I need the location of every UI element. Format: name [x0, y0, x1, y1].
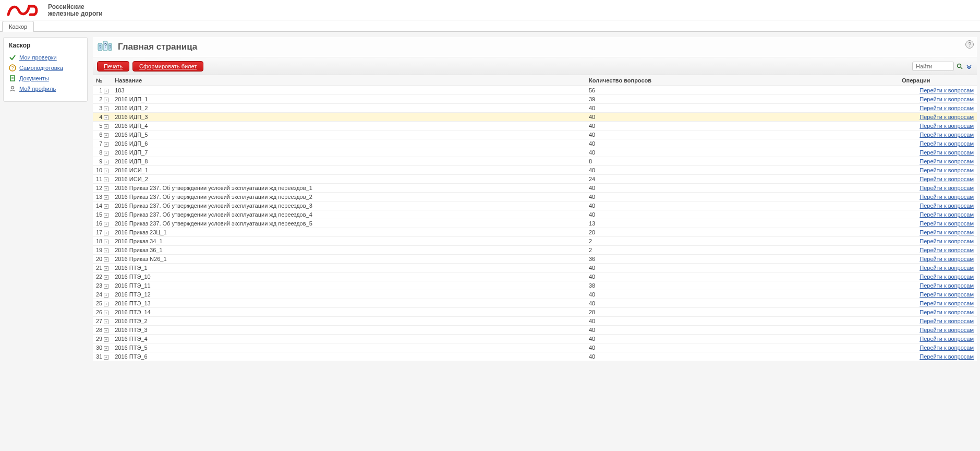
- table-row[interactable]: 5+2016 ИДП_440Перейти к вопросам: [93, 122, 977, 130]
- expand-icon[interactable]: +: [104, 284, 108, 289]
- expand-icon[interactable]: +: [104, 355, 108, 360]
- table-row[interactable]: 28+2016 ПТЭ_340Перейти к вопросам: [93, 326, 977, 335]
- col-header-qcount[interactable]: Количество вопросов: [586, 75, 899, 86]
- col-header-ops[interactable]: Операции: [899, 75, 977, 86]
- table-row[interactable]: 22+2016 ПТЭ_1040Перейти к вопросам: [93, 272, 977, 281]
- expand-icon[interactable]: +: [104, 257, 108, 262]
- go-to-questions-link[interactable]: Перейти к вопросам: [919, 309, 974, 315]
- table-row[interactable]: 8+2016 ИДП_740Перейти к вопросам: [93, 148, 977, 157]
- search-input[interactable]: [912, 62, 954, 71]
- expand-icon[interactable]: +: [104, 106, 108, 111]
- table-row[interactable]: 14+2016 Приказ 237. Об утверждении услов…: [93, 201, 977, 210]
- help-button[interactable]: ?: [965, 40, 974, 49]
- table-row[interactable]: 13+2016 Приказ 237. Об утверждении услов…: [93, 193, 977, 201]
- table-row[interactable]: 26+2016 ПТЭ_1428Перейти к вопросам: [93, 308, 977, 317]
- expand-icon[interactable]: +: [104, 169, 108, 173]
- expand-icon[interactable]: +: [104, 302, 108, 306]
- expand-icon[interactable]: +: [104, 142, 108, 147]
- expand-icon[interactable]: +: [104, 89, 108, 93]
- print-button[interactable]: Печать: [97, 61, 129, 72]
- table-row[interactable]: 23+2016 ПТЭ_1138Перейти к вопросам: [93, 281, 977, 290]
- expand-icon[interactable]: +: [104, 177, 108, 182]
- go-to-questions-link[interactable]: Перейти к вопросам: [919, 327, 974, 333]
- expand-icon[interactable]: +: [104, 240, 108, 244]
- expand-icon[interactable]: +: [104, 213, 108, 218]
- table-row[interactable]: 25+2016 ПТЭ_1340Перейти к вопросам: [93, 299, 977, 308]
- expand-icon[interactable]: +: [104, 222, 108, 227]
- table-row[interactable]: 11+2016 ИСИ_224Перейти к вопросам: [93, 175, 977, 184]
- table-row[interactable]: 24+2016 ПТЭ_1240Перейти к вопросам: [93, 290, 977, 299]
- table-row[interactable]: 16+2016 Приказ 237. Об утверждении услов…: [93, 219, 977, 228]
- expand-icon[interactable]: +: [104, 195, 108, 200]
- go-to-questions-link[interactable]: Перейти к вопросам: [919, 336, 974, 342]
- go-to-questions-link[interactable]: Перейти к вопросам: [919, 167, 974, 173]
- sidebar-item-my-checks[interactable]: Мои проверки: [9, 52, 82, 63]
- go-to-questions-link[interactable]: Перейти к вопросам: [919, 274, 974, 280]
- go-to-questions-link[interactable]: Перейти к вопросам: [919, 353, 974, 360]
- go-to-questions-link[interactable]: Перейти к вопросам: [919, 318, 974, 324]
- go-to-questions-link[interactable]: Перейти к вопросам: [919, 291, 974, 298]
- table-row[interactable]: 12+2016 Приказ 237. Об утверждении услов…: [93, 184, 977, 193]
- go-to-questions-link[interactable]: Перейти к вопросам: [919, 265, 974, 271]
- expand-icon[interactable]: +: [104, 337, 108, 342]
- expand-icon[interactable]: +: [104, 160, 108, 164]
- col-header-num[interactable]: №: [93, 75, 112, 86]
- expand-icon[interactable]: +: [104, 311, 108, 315]
- expand-icon[interactable]: +: [104, 231, 108, 235]
- expand-icon[interactable]: +: [104, 346, 108, 351]
- table-row[interactable]: 17+2016 Приказ 23Ц_120Перейти к вопросам: [93, 228, 977, 237]
- go-to-questions-link[interactable]: Перейти к вопросам: [919, 158, 974, 164]
- go-to-questions-link[interactable]: Перейти к вопросам: [919, 282, 974, 289]
- expand-filter-icon[interactable]: [965, 63, 973, 70]
- table-row[interactable]: 7+2016 ИДП_640Перейти к вопросам: [93, 139, 977, 148]
- search-go-icon[interactable]: [956, 63, 963, 70]
- go-to-questions-link[interactable]: Перейти к вопросам: [919, 238, 974, 244]
- table-row[interactable]: 9+2016 ИДП_88Перейти к вопросам: [93, 157, 977, 166]
- table-row[interactable]: 31+2016 ПТЭ_640Перейти к вопросам: [93, 352, 977, 361]
- expand-icon[interactable]: +: [104, 186, 108, 191]
- expand-icon[interactable]: +: [104, 248, 108, 253]
- col-header-name[interactable]: Название: [112, 75, 586, 86]
- expand-icon[interactable]: +: [104, 293, 108, 298]
- table-row[interactable]: 18+2016 Приказ 34_12Перейти к вопросам: [93, 237, 977, 246]
- go-to-questions-link[interactable]: Перейти к вопросам: [919, 220, 974, 227]
- table-row[interactable]: 1+10356Перейти к вопросам: [93, 86, 977, 95]
- table-row[interactable]: 10+2016 ИСИ_140Перейти к вопросам: [93, 166, 977, 175]
- go-to-questions-link[interactable]: Перейти к вопросам: [919, 247, 974, 253]
- go-to-questions-link[interactable]: Перейти к вопросам: [919, 229, 974, 235]
- table-row[interactable]: 6+2016 ИДП_540Перейти к вопросам: [93, 130, 977, 139]
- go-to-questions-link[interactable]: Перейти к вопросам: [919, 256, 974, 262]
- expand-icon[interactable]: +: [104, 115, 108, 120]
- go-to-questions-link[interactable]: Перейти к вопросам: [919, 194, 974, 200]
- go-to-questions-link[interactable]: Перейти к вопросам: [919, 114, 974, 120]
- go-to-questions-link[interactable]: Перейти к вопросам: [919, 149, 974, 156]
- expand-icon[interactable]: +: [104, 124, 108, 129]
- table-row[interactable]: 21+2016 ПТЭ_140Перейти к вопросам: [93, 264, 977, 272]
- table-row[interactable]: 20+2016 Приказ N26_136Перейти к вопросам: [93, 255, 977, 264]
- tab-kaskor[interactable]: Каскор: [2, 21, 34, 32]
- sidebar-item-documents[interactable]: Документы: [9, 73, 82, 84]
- sidebar-item-profile[interactable]: Мой профиль: [9, 84, 82, 94]
- go-to-questions-link[interactable]: Перейти к вопросам: [919, 185, 974, 191]
- expand-icon[interactable]: +: [104, 266, 108, 271]
- table-row[interactable]: 29+2016 ПТЭ_440Перейти к вопросам: [93, 335, 977, 343]
- form-ticket-button[interactable]: Сформировать билет: [132, 61, 203, 72]
- go-to-questions-link[interactable]: Перейти к вопросам: [919, 105, 974, 111]
- table-row[interactable]: 27+2016 ПТЭ_240Перейти к вопросам: [93, 317, 977, 326]
- go-to-questions-link[interactable]: Перейти к вопросам: [919, 96, 974, 102]
- go-to-questions-link[interactable]: Перейти к вопросам: [919, 132, 974, 138]
- table-row[interactable]: 19+2016 Приказ 36_12Перейти к вопросам: [93, 246, 977, 255]
- table-row[interactable]: 4+2016 ИДП_340Перейти к вопросам: [93, 113, 977, 122]
- go-to-questions-link[interactable]: Перейти к вопросам: [919, 140, 974, 147]
- expand-icon[interactable]: +: [104, 328, 108, 333]
- go-to-questions-link[interactable]: Перейти к вопросам: [919, 87, 974, 93]
- go-to-questions-link[interactable]: Перейти к вопросам: [919, 211, 974, 218]
- expand-icon[interactable]: +: [104, 319, 108, 324]
- expand-icon[interactable]: +: [104, 151, 108, 156]
- expand-icon[interactable]: +: [104, 98, 108, 102]
- sidebar-item-selfprep[interactable]: ? Самоподготовка: [9, 63, 82, 73]
- expand-icon[interactable]: +: [104, 204, 108, 209]
- expand-icon[interactable]: +: [104, 133, 108, 138]
- table-row[interactable]: 30+2016 ПТЭ_540Перейти к вопросам: [93, 343, 977, 352]
- go-to-questions-link[interactable]: Перейти к вопросам: [919, 345, 974, 351]
